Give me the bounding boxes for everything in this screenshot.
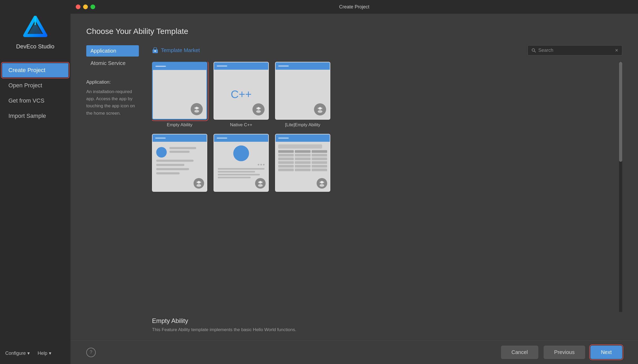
selected-template-info: Empty Ability This Feature Ability templ… bbox=[152, 317, 622, 332]
svg-line-6 bbox=[534, 51, 536, 52]
svg-point-10 bbox=[198, 107, 199, 109]
template-type-application[interactable]: Application bbox=[86, 45, 139, 57]
svg-point-22 bbox=[200, 181, 201, 183]
cpp-text: C++ bbox=[231, 88, 251, 101]
sidebar-item-open-project[interactable]: Open Project bbox=[2, 78, 68, 93]
template-card-list[interactable] bbox=[152, 134, 207, 194]
svg-point-17 bbox=[318, 108, 319, 109]
window-controls bbox=[76, 4, 95, 9]
description-title: Application: bbox=[86, 79, 139, 85]
help-chevron-icon: ▾ bbox=[49, 350, 51, 356]
window-container: DevEco Studio Create Project Open Projec… bbox=[0, 0, 638, 364]
search-icon bbox=[531, 48, 536, 53]
search-box[interactable]: ✕ bbox=[528, 45, 622, 55]
deveco-logo bbox=[22, 16, 48, 39]
svg-point-14 bbox=[259, 108, 261, 109]
sidebar-item-get-from-vcs[interactable]: Get from VCS bbox=[2, 94, 68, 108]
empty-ability-badge bbox=[191, 103, 203, 115]
template-label-lite-empty: [Lite]Empty Ability bbox=[285, 122, 320, 128]
template-thumb-list bbox=[152, 134, 207, 192]
template-grid-header: Template Market ✕ bbox=[152, 45, 622, 55]
svg-point-30 bbox=[323, 181, 324, 183]
svg-point-8 bbox=[194, 110, 199, 113]
scrollbar-track[interactable] bbox=[619, 62, 622, 312]
search-input[interactable] bbox=[538, 48, 613, 53]
template-grid-panel: Template Market ✕ bbox=[152, 45, 622, 332]
sidebar-item-create-project[interactable]: Create Project bbox=[2, 63, 68, 77]
grid-badge bbox=[317, 178, 327, 189]
dialog-main: Application Atomic Service Application: … bbox=[86, 45, 622, 332]
template-card-lite-empty-ability[interactable]: [Lite]Empty Ability bbox=[275, 62, 330, 128]
logo-container: DevEco Studio bbox=[16, 16, 54, 50]
configure-footer-item[interactable]: Configure ▾ bbox=[5, 350, 30, 356]
help-icon[interactable]: ? bbox=[86, 348, 96, 357]
dialog-footer-left: ? bbox=[86, 348, 496, 357]
svg-point-24 bbox=[258, 184, 263, 187]
logo-text: DevEco Studio bbox=[16, 43, 54, 50]
template-market-link[interactable]: Template Market bbox=[152, 47, 200, 54]
lite-empty-badge bbox=[314, 103, 326, 115]
description-box: Application: An installation-required ap… bbox=[86, 79, 139, 117]
close-button[interactable] bbox=[76, 4, 80, 9]
dialog-title: Choose Your Ability Template bbox=[86, 27, 622, 36]
minimize-button[interactable] bbox=[83, 4, 88, 9]
svg-point-21 bbox=[196, 181, 198, 183]
svg-point-12 bbox=[256, 110, 261, 113]
detail-badge bbox=[255, 178, 266, 189]
template-card-detail[interactable] bbox=[214, 134, 269, 194]
template-thumb-lite-empty bbox=[275, 62, 330, 120]
template-market-label: Template Market bbox=[161, 47, 200, 53]
scrollbar-thumb[interactable] bbox=[619, 62, 622, 162]
dialog-footer: ? Cancel Previous Next bbox=[70, 340, 638, 364]
template-card-empty-ability[interactable]: Empty Ability bbox=[152, 62, 207, 128]
svg-point-13 bbox=[256, 108, 258, 109]
window-title: Create Project bbox=[339, 4, 369, 10]
template-type-atomic-service[interactable]: Atomic Service bbox=[86, 58, 139, 69]
sidebar: DevEco Studio Create Project Open Projec… bbox=[0, 0, 70, 364]
template-grid-top: Empty Ability bbox=[152, 62, 617, 128]
svg-point-18 bbox=[321, 108, 322, 109]
search-clear-icon[interactable]: ✕ bbox=[615, 48, 618, 53]
help-label: Help bbox=[38, 351, 47, 356]
maximize-button[interactable] bbox=[90, 4, 95, 9]
template-thumb-native-cpp: C++ bbox=[214, 62, 269, 120]
svg-point-28 bbox=[320, 184, 324, 187]
selected-template-title: Empty Ability bbox=[152, 317, 622, 325]
template-card-native-cpp[interactable]: C++ bbox=[214, 62, 269, 128]
help-footer-item[interactable]: Help ▾ bbox=[38, 350, 51, 356]
svg-point-20 bbox=[196, 184, 201, 187]
template-type-panel: Application Atomic Service Application: … bbox=[86, 45, 139, 332]
configure-label: Configure bbox=[5, 351, 26, 356]
svg-rect-4 bbox=[154, 50, 156, 52]
native-cpp-badge bbox=[252, 103, 265, 115]
template-scroll-area[interactable]: Empty Ability bbox=[152, 62, 622, 312]
template-card-grid[interactable] bbox=[275, 134, 330, 194]
main-content: Create Project Choose Your Ability Templ… bbox=[70, 0, 638, 364]
next-button[interactable]: Next bbox=[590, 346, 622, 359]
svg-point-5 bbox=[532, 49, 535, 51]
sidebar-nav: Create Project Open Project Get from VCS… bbox=[0, 63, 70, 123]
sidebar-footer: Configure ▾ Help ▾ bbox=[0, 350, 70, 356]
svg-point-26 bbox=[261, 181, 263, 183]
template-grid-bottom bbox=[152, 134, 617, 194]
template-thumb-grid bbox=[275, 134, 330, 192]
svg-point-16 bbox=[318, 110, 322, 113]
dialog-body: Choose Your Ability Template Application… bbox=[70, 14, 638, 340]
svg-point-29 bbox=[320, 181, 321, 183]
template-thumb-empty-ability bbox=[152, 62, 207, 120]
svg-point-25 bbox=[258, 181, 260, 183]
selected-template-desc: This Feature Ability template implements… bbox=[152, 327, 622, 332]
template-label-empty-ability: Empty Ability bbox=[167, 122, 192, 128]
store-icon bbox=[152, 47, 158, 54]
description-text: An installation-required app. Access the… bbox=[86, 88, 139, 117]
sidebar-item-import-sample[interactable]: Import Sample bbox=[2, 109, 68, 123]
template-thumb-detail bbox=[214, 134, 269, 192]
template-label-native-cpp: Native C++ bbox=[230, 122, 252, 128]
title-bar: Create Project bbox=[70, 0, 638, 14]
previous-button[interactable]: Previous bbox=[544, 346, 585, 359]
cancel-button[interactable]: Cancel bbox=[501, 346, 538, 359]
configure-chevron-icon: ▾ bbox=[27, 350, 30, 356]
list-badge bbox=[194, 178, 204, 189]
svg-point-9 bbox=[194, 107, 196, 109]
